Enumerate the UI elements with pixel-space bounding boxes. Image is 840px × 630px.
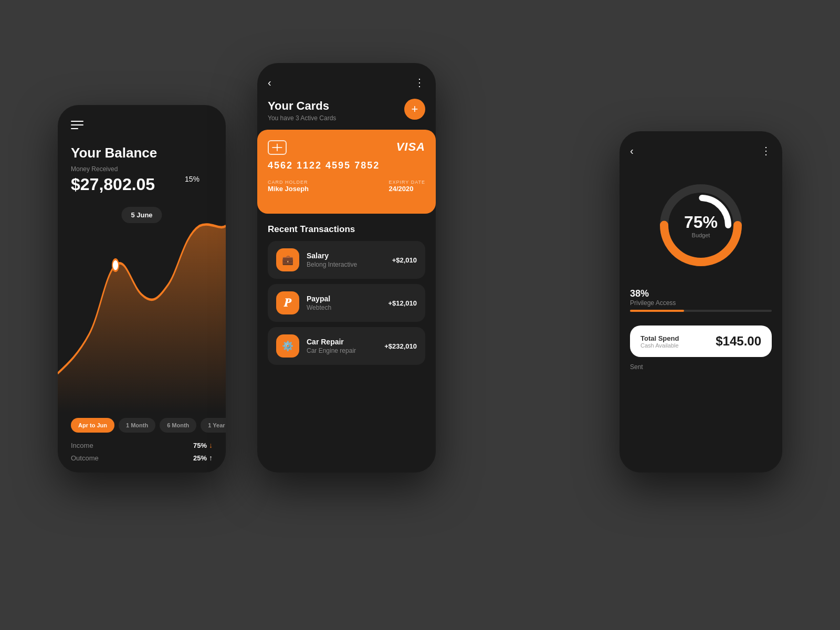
filter-1year[interactable]: 1 Year	[201, 418, 226, 433]
outcome-arrow: ↑	[209, 454, 213, 462]
tx-info-paypal: Paypal Webtech	[307, 295, 381, 311]
filter-row: Apr to Jun 1 Month 6 Month 1 Year	[71, 418, 213, 433]
tx-icon-car: ⚙️	[276, 334, 299, 358]
cards-title: Your Cards	[268, 99, 425, 113]
outcome-value: 25% ↑	[193, 454, 213, 462]
card-expiry-label: Expiry Date	[388, 180, 425, 185]
card-expiry-group: Expiry Date 24/2020	[388, 180, 425, 193]
donut-sub: Budget	[684, 232, 718, 238]
privilege-label: Privilege Access	[630, 299, 772, 307]
income-label: Income	[71, 442, 93, 449]
balance-pct: 15%	[185, 175, 200, 183]
donut-pct: 75%	[684, 213, 718, 232]
transaction-item[interactable]: 𝑷 Paypal Webtech +$12,010	[268, 284, 425, 322]
transactions-title: Recent Transactions	[268, 224, 425, 235]
tx-amount-paypal: +$12,010	[388, 299, 417, 307]
transaction-item[interactable]: ⚙️ Car Repair Car Engine repair +$232,01…	[268, 327, 425, 365]
date-pill: 5 June	[121, 207, 162, 223]
privilege-row: 38% Privilege Access	[630, 288, 772, 312]
tx-sub-salary: Belong Interactive	[307, 261, 385, 268]
tx-icon-salary: 💼	[276, 248, 299, 271]
total-spend-sub: Cash Available	[640, 342, 679, 349]
progress-bar-bg	[630, 310, 772, 312]
card-holder-label: CARD HOLDER	[268, 180, 309, 185]
tx-sub-car: Car Engine repair	[307, 347, 377, 354]
tx-name-salary: Salary	[307, 251, 385, 260]
outcome-stat: Outcome 25% ↑	[71, 454, 213, 462]
left-phone: Your Balance Money Received $27,802.05 1…	[58, 105, 226, 472]
balance-title: Your Balance	[71, 145, 213, 161]
total-spend-info: Total Spend Cash Available	[640, 334, 679, 349]
income-arrow: ↓	[209, 441, 213, 449]
tx-sub-paypal: Webtech	[307, 304, 381, 311]
outcome-label: Outcome	[71, 454, 99, 462]
svg-point-0	[112, 259, 119, 271]
tx-info-salary: Salary Belong Interactive	[307, 251, 385, 268]
tx-name-paypal: Paypal	[307, 295, 381, 303]
balance-chart: 5 June	[58, 196, 226, 413]
tx-name-car: Car Repair	[307, 338, 377, 346]
card-expiry-value: 24/2020	[388, 185, 425, 193]
donut-chart: 75% Budget	[630, 173, 772, 278]
right-nav-row: ‹ ⋮	[630, 144, 772, 157]
hamburger-icon[interactable]	[71, 121, 83, 129]
income-stat: Income 75% ↓	[71, 441, 213, 449]
sent-label: Sent	[630, 363, 772, 371]
stats-row: Income 75% ↓ Outcome 25% ↑	[71, 441, 213, 462]
tx-icon-paypal: 𝑷	[276, 291, 299, 314]
cards-subtitle: You have 3 Active Cards	[268, 114, 425, 122]
card-holder-group: CARD HOLDER Mike Joseph	[268, 180, 309, 193]
right-phone: ‹ ⋮ 75% Budget 38% Privilege Access	[620, 131, 782, 472]
card-info-row: CARD HOLDER Mike Joseph Expiry Date 24/2…	[268, 180, 425, 193]
visa-logo: VISA	[396, 140, 425, 154]
back-button[interactable]: ‹	[268, 77, 271, 89]
more-button[interactable]: ⋮	[414, 76, 425, 89]
money-received-label: Money Received	[71, 165, 213, 173]
add-card-button[interactable]: +	[404, 99, 425, 120]
credit-card: VISA 4562 1122 4595 7852 CARD HOLDER Mik…	[257, 130, 436, 214]
card-number: 4562 1122 4595 7852	[268, 160, 425, 171]
total-spend-amount: $145.00	[716, 334, 761, 349]
filter-1month[interactable]: 1 Month	[119, 418, 155, 433]
filter-6month[interactable]: 6 Month	[160, 418, 196, 433]
filter-apr-jun[interactable]: Apr to Jun	[71, 418, 114, 433]
right-more-button[interactable]: ⋮	[761, 144, 772, 157]
total-spend-card: Total Spend Cash Available $145.00	[630, 326, 772, 357]
card-holder-name: Mike Joseph	[268, 185, 309, 193]
privilege-pct: 38%	[630, 288, 772, 299]
tx-info-car: Car Repair Car Engine repair	[307, 338, 377, 354]
transaction-item[interactable]: 💼 Salary Belong Interactive +$2,010	[268, 241, 425, 279]
income-value: 75% ↓	[193, 441, 213, 449]
right-back-button[interactable]: ‹	[630, 145, 634, 157]
donut-center: 75% Budget	[684, 213, 718, 238]
nav-row: ‹ ⋮	[268, 76, 425, 89]
center-phone: ‹ ⋮ Your Cards You have 3 Active Cards +…	[257, 63, 436, 472]
tx-amount-salary: +$2,010	[392, 256, 417, 264]
progress-bar-fill	[630, 310, 684, 312]
total-spend-label: Total Spend	[640, 334, 679, 342]
card-chip	[268, 140, 287, 155]
balance-amount: $27,802.05	[71, 175, 155, 194]
tx-amount-car: +$232,010	[384, 342, 417, 350]
